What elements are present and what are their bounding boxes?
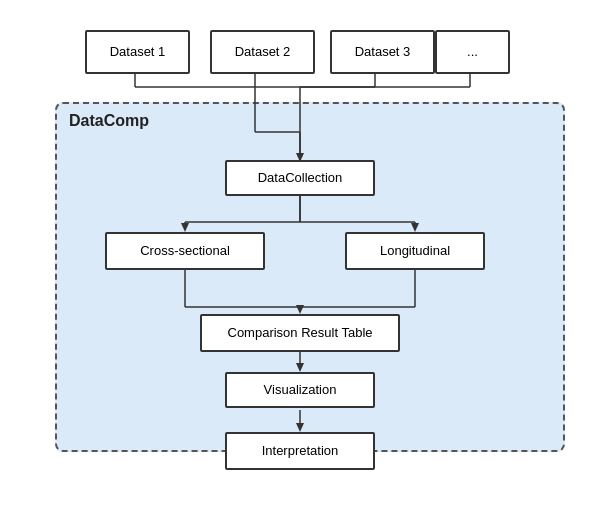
interpretation-box: Interpretation [225, 432, 375, 470]
visualization-box: Visualization [225, 372, 375, 408]
dataset2-label: Dataset 2 [235, 44, 291, 59]
dataset1-box: Dataset 1 [85, 30, 190, 74]
interpretation-label: Interpretation [262, 443, 339, 458]
diagram: DataComp [15, 12, 595, 502]
dataset3-box: Dataset 3 [330, 30, 435, 74]
datacollection-label: DataCollection [258, 170, 343, 185]
datacomp-label: DataComp [69, 112, 149, 130]
crosssectional-label: Cross-sectional [140, 243, 230, 258]
dataset3-label: Dataset 3 [355, 44, 411, 59]
datacollection-box: DataCollection [225, 160, 375, 196]
dataset1-label: Dataset 1 [110, 44, 166, 59]
dataset-more-label: ... [467, 44, 478, 59]
longitudinal-label: Longitudinal [380, 243, 450, 258]
longitudinal-box: Longitudinal [345, 232, 485, 270]
comparison-result-box: Comparison Result Table [200, 314, 400, 352]
dataset-more-box: ... [435, 30, 510, 74]
comparison-result-label: Comparison Result Table [228, 325, 373, 340]
visualization-label: Visualization [264, 382, 337, 397]
crosssectional-box: Cross-sectional [105, 232, 265, 270]
dataset2-box: Dataset 2 [210, 30, 315, 74]
